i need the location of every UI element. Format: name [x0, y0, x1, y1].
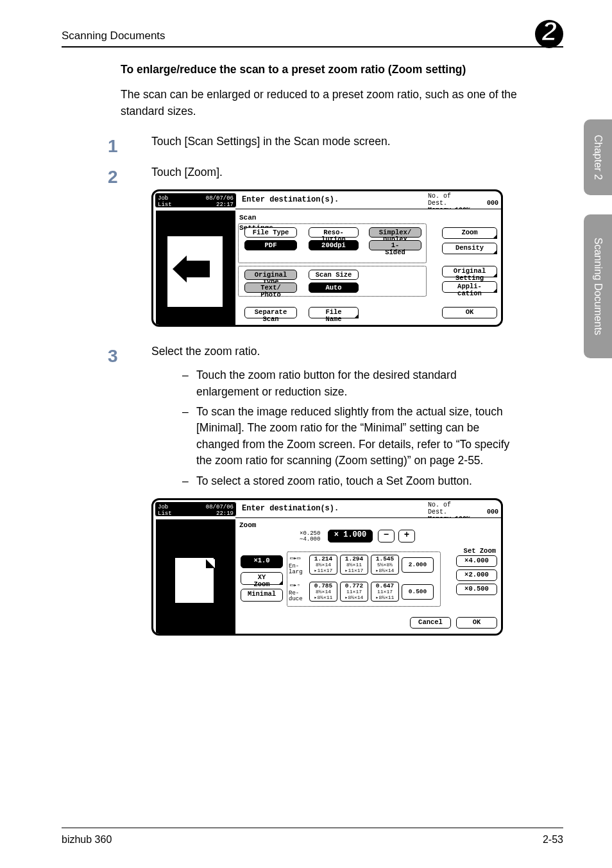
enlarge-label: En- larg	[289, 564, 303, 575]
reduce-label: Re- duce	[289, 591, 303, 602]
step-3-number: 3	[108, 343, 121, 370]
enlarge-1.214-button[interactable]: 1.2148½×14 ▸11×17	[309, 555, 337, 575]
fold-corner-icon	[206, 559, 215, 568]
ok-button[interactable]: OK	[456, 617, 497, 629]
intro-paragraph: The scan can be enlarged or reduced to a…	[121, 87, 521, 119]
mfp-screenshot-scan-settings: Job List 08/07/06 22:17 Enter destinatio…	[151, 189, 503, 327]
cancel-button[interactable]: Cancel	[410, 617, 451, 629]
density-button[interactable]: Density	[442, 243, 497, 254]
set-zoom-label: Set Zoom	[464, 546, 496, 556]
header-rule	[62, 46, 563, 48]
zoom-current-value: × 1.000	[328, 530, 373, 542]
side-tab-section: Scanning Documents	[584, 214, 612, 358]
step-3-bullet-a: Touch the zoom ratio button for the desi…	[182, 367, 521, 400]
step-1-number: 1	[108, 134, 121, 160]
step-2-text: Touch [Zoom].	[151, 166, 223, 178]
enlarge-1.294-button[interactable]: 1.2948½×11 ▸11×17	[340, 555, 368, 575]
enter-destination-label: Enter destination(s).	[238, 191, 425, 209]
step-3-bullet-c: To select a stored zoom ratio, touch a S…	[182, 473, 521, 489]
original-type-button[interactable]: Original Type	[244, 270, 297, 280]
separate-scan-button[interactable]: Separate Scan	[244, 307, 297, 318]
duplex-button[interactable]: Simplex/ Duplex	[369, 227, 421, 238]
job-list-button[interactable]: Job List 08/07/06 22:19	[155, 501, 237, 517]
application-button[interactable]: Appli- cation	[442, 281, 497, 293]
mfp-screenshot-zoom: Job List 08/07/06 22:19 Enter destinatio…	[151, 498, 503, 636]
running-head: Scanning Documents	[62, 30, 166, 42]
xy-zoom-button[interactable]: XY Zoom	[241, 572, 283, 585]
preset-x0.500-button[interactable]: ×0.500	[456, 584, 497, 595]
original-type-value: Text/ Photo	[244, 282, 297, 293]
topic-heading: To enlarge/reduce the scan to a preset z…	[121, 62, 521, 78]
scan-size-value: Auto	[309, 282, 359, 293]
file-type-button[interactable]: File Type	[244, 227, 297, 238]
zoom-minus-button[interactable]: −	[378, 530, 395, 542]
chapter-badge: 2	[531, 16, 563, 48]
reduce-0.772-button[interactable]: 0.77211×17 ▸8½×14	[340, 582, 368, 602]
reduce-0.647-button[interactable]: 0.64711×17 ▸8½×11	[371, 582, 399, 602]
step-1-text: Touch [Scan Settings] in the Scan mode s…	[151, 135, 391, 148]
side-tab-chapter: Chapter 2	[584, 119, 612, 195]
minimal-button[interactable]: Minimal	[241, 589, 283, 602]
preview-pane	[156, 519, 235, 634]
step-2-number: 2	[108, 164, 121, 191]
ok-button[interactable]: OK	[442, 307, 497, 318]
scan-size-button[interactable]: Scan Size	[309, 270, 359, 280]
enlarge-2.000-button[interactable]: 2.000	[402, 557, 434, 573]
step-3-text: Select the zoom ratio.	[151, 345, 260, 358]
footer-model: bizhub 360	[62, 834, 112, 846]
enter-destination-label: Enter destination(s).	[238, 500, 425, 518]
file-type-value: PDF	[244, 240, 297, 250]
enlarge-icon: ▭▸▭	[290, 556, 300, 562]
preview-pane	[156, 211, 235, 325]
resolution-button[interactable]: Reso- lution	[309, 227, 359, 238]
zoom-range-label: ×0.250 ∼4.000	[300, 531, 320, 542]
file-name-button[interactable]: File Name	[309, 307, 359, 318]
original-setting-button[interactable]: Original Setting	[442, 266, 497, 277]
footer-rule	[62, 828, 563, 829]
ratio-grid: ▭▸▭ En- larg ▭▸▫ Re- duce 1.2148½×14 ▸11…	[287, 551, 441, 607]
preset-x4.000-button[interactable]: ×4.000	[456, 555, 497, 567]
zoom-plus-button[interactable]: +	[398, 530, 415, 542]
reduce-0.500-button[interactable]: 0.500	[402, 584, 434, 600]
preset-x2.000-button[interactable]: ×2.000	[456, 569, 497, 581]
chapter-number: 2	[542, 16, 557, 47]
zoom-button[interactable]: Zoom	[442, 227, 497, 239]
status-area: No. of Dest. 000 Memory 100%	[425, 500, 501, 518]
reduce-0.785-button[interactable]: 0.7858½×14 ▸8½×11	[309, 582, 337, 602]
resolution-value: 200dpi	[309, 240, 359, 250]
step-3-bullet-b: To scan the image reduced slightly from …	[182, 404, 521, 469]
x1.0-button[interactable]: ×1.0	[241, 555, 283, 568]
duplex-value: 1- Sided	[369, 240, 421, 250]
footer-pagenum: 2-53	[543, 834, 563, 846]
enlarge-1.545-button[interactable]: 1.5455½×8½ ▸8½×14	[371, 555, 399, 575]
status-area: No. of Dest. 000 Memory 100%	[425, 191, 501, 209]
arrow-left-icon	[184, 261, 210, 277]
reduce-icon: ▭▸▫	[290, 583, 300, 589]
job-list-button[interactable]: Job List 08/07/06 22:17	[155, 193, 237, 208]
zoom-label: Zoom	[239, 521, 256, 531]
